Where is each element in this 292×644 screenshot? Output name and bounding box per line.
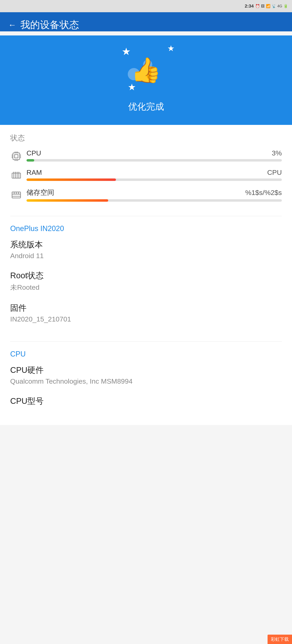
cpu-status-item: CPU 3%	[10, 149, 282, 162]
status-bar: 2:34 ⏰ 🖼 📶 📡 4G 🔋	[0, 0, 292, 12]
image-icon: 🖼	[261, 4, 265, 8]
cpu-model-label: CPU型号	[10, 396, 282, 407]
storage-progress-container	[26, 199, 282, 202]
cpu-status-content: CPU 3%	[26, 149, 282, 162]
cpu-label: CPU	[26, 149, 41, 157]
app-header: ← 我的设备状态	[0, 12, 292, 31]
main-content: 状态	[0, 125, 292, 425]
cpu-icon	[10, 150, 22, 162]
ram-progress-bar	[26, 178, 116, 181]
alarm-icon: ⏰	[255, 4, 260, 8]
watermark: 彩虹下载	[268, 635, 292, 644]
star-2-icon: ★	[167, 44, 175, 53]
system-version-label: 系统版本	[10, 239, 282, 250]
storage-label: 储存空间	[26, 188, 54, 197]
svg-rect-1	[15, 155, 18, 158]
svg-rect-0	[13, 153, 20, 160]
cpu-section-title: CPU	[10, 350, 282, 358]
device-section: OnePlus IN2020 系统版本 Android 11 Root状态 未R…	[0, 216, 292, 342]
signal-icon: 📶	[266, 4, 270, 8]
hero-graphic: ★ ★ ★ 👍	[116, 44, 177, 96]
storage-status-content: 储存空间 %1$s/%2$s	[26, 188, 282, 202]
firmware-item: 固件 IN2020_15_210701	[10, 302, 282, 323]
ram-status-item: RAM CPU	[10, 168, 282, 182]
cpu-hardware-label: CPU硬件	[10, 364, 282, 376]
status-icons: ⏰ 🖼 📶 📡 4G 🔋	[255, 4, 288, 8]
system-version-item: 系统版本 Android 11	[10, 239, 282, 260]
wifi-icon: 📡	[272, 4, 276, 8]
ram-icon	[10, 170, 22, 182]
cpu-section: CPU CPU硬件 Qualcomm Technologies, Inc MSM…	[0, 342, 292, 425]
svg-rect-14	[12, 173, 20, 178]
ram-progress-container	[26, 178, 282, 181]
ram-status-content: RAM CPU	[26, 168, 282, 181]
storage-status-item: 储存空间 %1$s/%2$s	[10, 188, 282, 202]
cpu-hardware-item: CPU硬件 Qualcomm Technologies, Inc MSM8994	[10, 364, 282, 385]
root-status-label: Root状态	[10, 270, 282, 281]
ram-label: RAM	[26, 168, 42, 176]
status-time: 2:34	[245, 4, 254, 9]
hero-subtitle: 优化完成	[128, 101, 164, 113]
firmware-value: IN2020_15_210701	[10, 315, 282, 323]
lte-icon: 4G	[277, 4, 282, 8]
root-status-item: Root状态 未Rooted	[10, 270, 282, 292]
thumbs-up-icon: 👍	[131, 56, 162, 84]
page-title: 我的设备状态	[20, 18, 79, 31]
star-1-icon: ★	[122, 46, 131, 58]
storage-icon	[10, 189, 22, 201]
system-version-value: Android 11	[10, 252, 282, 260]
cpu-progress-container	[26, 159, 282, 162]
cpu-model-item: CPU型号	[10, 396, 282, 407]
storage-value: %1$s/%2$s	[245, 189, 282, 196]
cpu-hardware-value: Qualcomm Technologies, Inc MSM8994	[10, 377, 282, 385]
root-status-value: 未Rooted	[10, 283, 282, 292]
back-button[interactable]: ←	[8, 20, 16, 30]
status-section: 状态	[0, 125, 292, 216]
status-section-title: 状态	[10, 133, 282, 143]
battery-icon: 🔋	[284, 4, 288, 8]
cpu-value: 3%	[272, 149, 282, 157]
storage-progress-bar	[26, 199, 108, 202]
cpu-progress-bar	[26, 159, 34, 162]
hero-section: ★ ★ ★ 👍 优化完成	[0, 36, 292, 125]
device-section-title: OnePlus IN2020	[10, 224, 282, 233]
ram-value: CPU	[267, 168, 282, 176]
firmware-label: 固件	[10, 302, 282, 314]
